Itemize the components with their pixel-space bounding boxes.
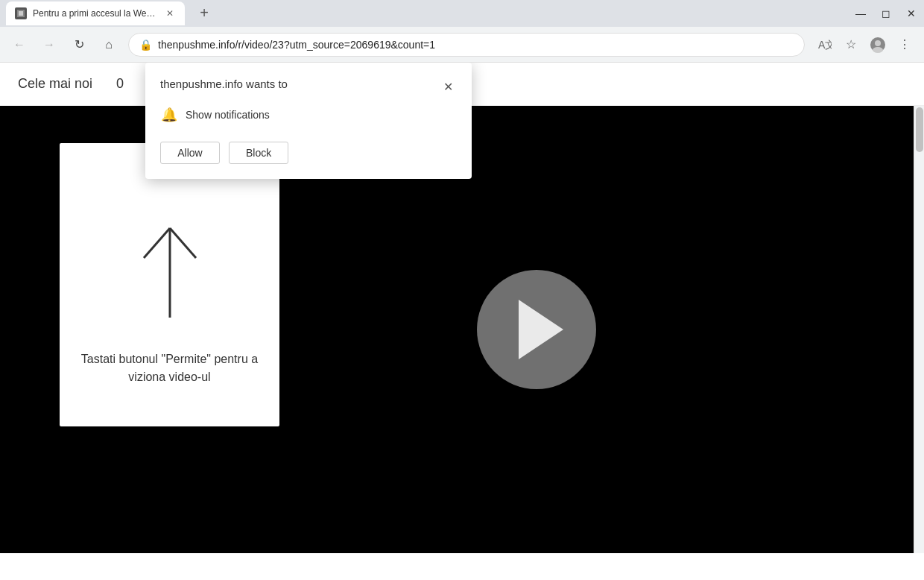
popup-title: thenpushme.info wants to bbox=[160, 78, 288, 90]
permission-popup: thenpushme.info wants to ✕ 🔔 Show notifi… bbox=[145, 63, 472, 179]
url-text: thenpushme.info/r/video/23?utm_source=20… bbox=[158, 39, 794, 51]
back-button[interactable]: ← bbox=[9, 34, 30, 55]
play-button[interactable] bbox=[477, 270, 596, 389]
svg-point-5 bbox=[873, 47, 883, 53]
permission-label: Show notifications bbox=[186, 109, 270, 121]
url-bar[interactable]: 🔒 thenpushme.info/r/video/23?utm_source=… bbox=[128, 33, 805, 57]
tab-title: Pentru a primi accesul la Web-sit bbox=[33, 8, 158, 19]
popup-header: thenpushme.info wants to ✕ bbox=[160, 78, 457, 95]
close-button[interactable]: ✕ bbox=[905, 7, 918, 20]
card-instruction-text: Tastati butonul "Permite" pentru a vizio… bbox=[75, 350, 265, 386]
svg-line-7 bbox=[144, 228, 170, 258]
address-bar: ← → ↻ ⌂ 🔒 thenpushme.info/r/video/23?utm… bbox=[0, 27, 924, 63]
tab-close-button[interactable]: ✕ bbox=[164, 7, 176, 19]
address-right-icons: A文 ☆ ⋮ bbox=[814, 34, 915, 55]
new-tab-button[interactable]: + bbox=[194, 2, 215, 23]
lock-icon: 🔒 bbox=[139, 39, 152, 51]
play-triangle-icon bbox=[519, 300, 563, 359]
popup-buttons: Allow Block bbox=[160, 142, 457, 164]
popup-close-button[interactable]: ✕ bbox=[439, 78, 457, 95]
site-nav-item-1: Cele mai noi bbox=[18, 76, 92, 92]
home-button[interactable]: ⌂ bbox=[98, 34, 119, 55]
svg-point-4 bbox=[875, 40, 881, 46]
bookmark-icon[interactable]: ☆ bbox=[841, 34, 861, 55]
allow-button[interactable]: Allow bbox=[160, 142, 220, 164]
forward-button[interactable]: → bbox=[39, 34, 60, 55]
profile-icon[interactable] bbox=[867, 34, 888, 55]
browser-tab[interactable]: Pentru a primi accesul la Web-sit ✕ bbox=[6, 1, 185, 25]
scrollbar[interactable] bbox=[914, 106, 924, 553]
tab-favicon-icon bbox=[15, 7, 27, 19]
title-bar: Pentru a primi accesul la Web-sit ✕ + — … bbox=[0, 0, 924, 27]
window-controls: — ◻ ✕ bbox=[854, 7, 918, 20]
bell-icon: 🔔 bbox=[160, 106, 178, 124]
maximize-button[interactable]: ◻ bbox=[879, 7, 893, 20]
page-content: Cele mai noi 0 Popular pentru 2018 Tasta… bbox=[0, 63, 924, 553]
svg-rect-1 bbox=[19, 11, 23, 16]
popup-permission-row: 🔔 Show notifications bbox=[160, 106, 457, 124]
reload-button[interactable]: ↻ bbox=[69, 34, 89, 55]
scrollbar-thumb[interactable] bbox=[916, 107, 923, 152]
minimize-button[interactable]: — bbox=[854, 7, 867, 20]
menu-icon[interactable]: ⋮ bbox=[894, 34, 915, 55]
video-instruction-card: Tastati butonul "Permite" pentru a vizio… bbox=[60, 143, 279, 426]
block-button[interactable]: Block bbox=[229, 142, 288, 164]
svg-text:A文: A文 bbox=[818, 39, 832, 51]
arrow-up-icon bbox=[125, 183, 215, 335]
site-nav-item-2: 0 bbox=[116, 76, 124, 92]
svg-line-8 bbox=[170, 228, 196, 258]
translate-icon[interactable]: A文 bbox=[814, 34, 835, 55]
